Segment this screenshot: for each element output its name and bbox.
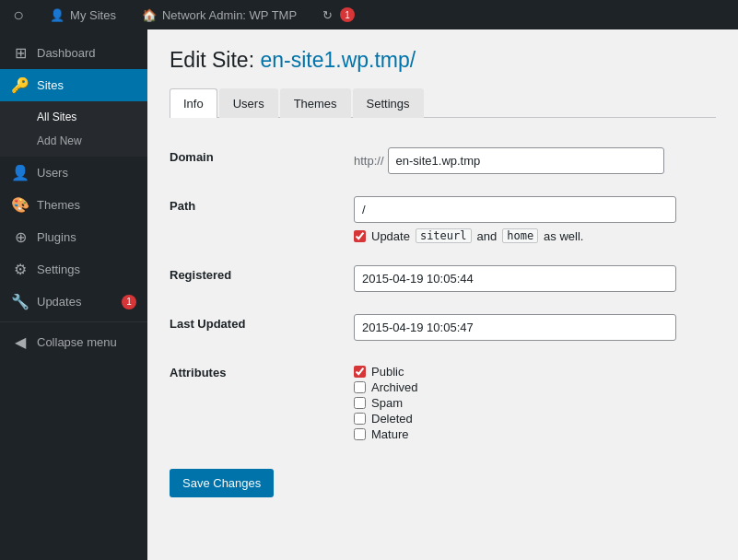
tab-info[interactable]: Info — [170, 88, 217, 118]
save-changes-button[interactable]: Save Changes — [170, 469, 274, 497]
collapse-icon: ◀ — [11, 333, 29, 351]
sidebar-item-themes[interactable]: 🎨 Themes — [0, 189, 147, 221]
attributes-row: Attributes Public Archived Spam — [170, 352, 716, 454]
users-icon: 👤 — [11, 164, 29, 181]
sidebar-item-updates[interactable]: 🔧 Updates 1 — [0, 286, 147, 318]
sidebar-item-label-dashboard: Dashboard — [37, 46, 96, 60]
sidebar-item-label-plugins: Plugins — [37, 230, 76, 244]
network-admin-button[interactable]: 🏠 Network Admin: WP TMP — [136, 0, 302, 29]
sidebar-item-label-themes: Themes — [37, 198, 80, 212]
tab-users[interactable]: Users — [219, 88, 278, 118]
main-content: Edit Site: en-site1.wp.tmp/ Info Users T… — [147, 29, 738, 560]
update-row: Update siteurl and home as well. — [354, 228, 716, 243]
settings-icon: ⚙ — [11, 261, 29, 278]
registered-row: Registered — [170, 254, 716, 303]
page-title: Edit Site: en-site1.wp.tmp/ — [170, 48, 716, 73]
update-checkbox[interactable] — [354, 230, 366, 242]
wp-logo-icon: ○ — [13, 5, 24, 26]
page-title-prefix: Edit Site: — [170, 48, 254, 72]
sites-icon: 🔑 — [11, 76, 29, 94]
domain-input[interactable] — [388, 147, 664, 174]
home-tag: home — [502, 228, 538, 243]
refresh-icon: ↻ — [322, 8, 333, 22]
sidebar: ⊞ Dashboard 🔑 Sites All Sites Add New 👤 … — [0, 29, 147, 560]
path-input[interactable] — [354, 196, 676, 223]
attr-archived: Archived — [354, 380, 716, 394]
sidebar-collapse-button[interactable]: ◀ Collapse menu — [0, 326, 147, 358]
network-admin-label: Network Admin: WP TMP — [162, 8, 297, 22]
attr-spam-checkbox[interactable] — [354, 397, 366, 409]
path-label: Path — [170, 185, 354, 254]
sidebar-subitem-all-sites[interactable]: All Sites — [0, 105, 147, 129]
attr-public-checkbox[interactable] — [354, 366, 366, 378]
domain-input-group: http:// — [354, 147, 716, 174]
update-text-before: Update — [371, 229, 410, 243]
attributes-label: Attributes — [170, 352, 354, 454]
sidebar-item-sites[interactable]: 🔑 Sites — [0, 69, 147, 101]
attr-archived-checkbox[interactable] — [354, 381, 366, 393]
sidebar-item-plugins[interactable]: ⊕ Plugins — [0, 221, 147, 253]
attr-deleted: Deleted — [354, 412, 716, 426]
home-icon: 🏠 — [142, 8, 157, 22]
attr-public: Public — [354, 365, 716, 379]
last-updated-row: Last Updated — [170, 303, 716, 352]
sidebar-item-dashboard[interactable]: ⊞ Dashboard — [0, 37, 147, 69]
my-sites-button[interactable]: 👤 My Sites — [44, 0, 122, 29]
wp-logo-button[interactable]: ○ — [7, 0, 29, 29]
updates-topbar-button[interactable]: ↻ 1 — [317, 0, 360, 29]
sidebar-item-settings[interactable]: ⚙ Settings — [0, 253, 147, 286]
tab-themes[interactable]: Themes — [280, 88, 351, 118]
attr-mature: Mature — [354, 427, 716, 441]
path-row: Path Update siteurl and home as well. — [170, 185, 716, 254]
and-text: and — [477, 229, 498, 243]
siteurl-tag: siteurl — [416, 228, 472, 243]
site-link[interactable]: en-site1.wp.tmp/ — [260, 48, 416, 72]
updates-icon: 🔧 — [11, 293, 29, 310]
sidebar-item-label-sites: Sites — [37, 78, 64, 92]
my-sites-label: My Sites — [70, 8, 116, 22]
sidebar-item-label-collapse: Collapse menu — [37, 335, 117, 349]
attr-spam: Spam — [354, 396, 716, 410]
attr-mature-label: Mature — [371, 427, 408, 441]
sidebar-item-label-updates: Updates — [37, 295, 81, 309]
attr-spam-label: Spam — [371, 396, 403, 410]
form-table: Domain http:// Path Update siteurl — [170, 136, 716, 454]
updates-topbar-badge: 1 — [340, 7, 355, 22]
tabs-bar: Info Users Themes Settings — [170, 88, 716, 118]
last-updated-label: Last Updated — [170, 303, 354, 352]
tab-settings[interactable]: Settings — [353, 88, 424, 118]
attr-public-label: Public — [371, 365, 404, 379]
registered-input[interactable] — [354, 265, 676, 292]
updates-badge: 1 — [122, 295, 136, 309]
attr-archived-label: Archived — [371, 380, 418, 394]
sidebar-item-label-users: Users — [37, 166, 68, 180]
domain-row: Domain http:// — [170, 136, 716, 185]
domain-prefix: http:// — [354, 154, 384, 168]
topbar: ○ 👤 My Sites 🏠 Network Admin: WP TMP ↻ 1 — [0, 0, 738, 29]
sidebar-subitem-add-new[interactable]: Add New — [0, 129, 147, 153]
themes-icon: 🎨 — [11, 196, 29, 214]
sidebar-item-users[interactable]: 👤 Users — [0, 157, 147, 189]
sidebar-divider — [0, 321, 147, 322]
attr-deleted-label: Deleted — [371, 412, 413, 426]
attr-deleted-checkbox[interactable] — [354, 413, 366, 425]
registered-label: Registered — [170, 254, 354, 303]
update-text-after: as well. — [544, 229, 583, 243]
last-updated-input[interactable] — [354, 314, 676, 341]
my-sites-icon: 👤 — [50, 8, 64, 22]
attr-mature-checkbox[interactable] — [354, 428, 366, 440]
dashboard-icon: ⊞ — [11, 44, 29, 62]
plugins-icon: ⊕ — [11, 228, 29, 246]
sidebar-sub-sites: All Sites Add New — [0, 101, 147, 157]
domain-label: Domain — [170, 136, 354, 185]
sidebar-item-label-settings: Settings — [37, 262, 80, 276]
